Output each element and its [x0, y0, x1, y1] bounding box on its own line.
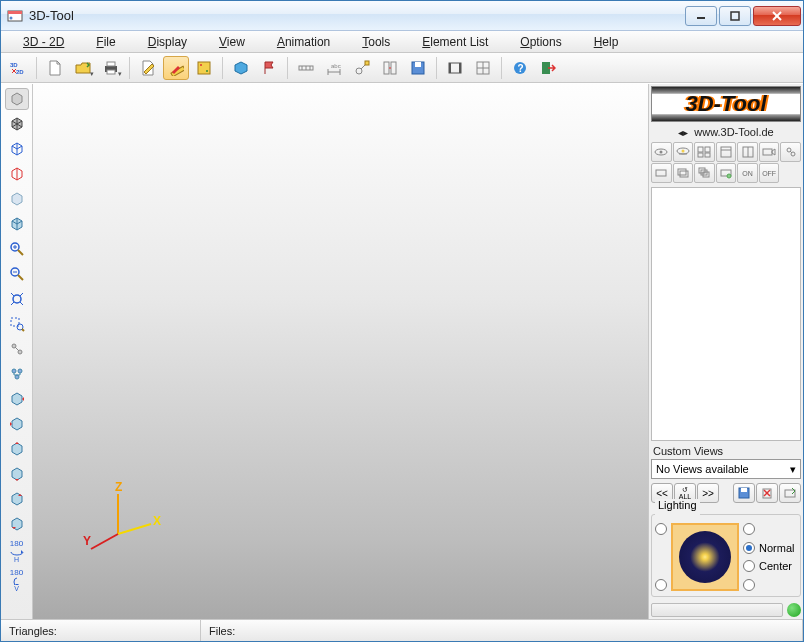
window-controls	[683, 6, 801, 26]
menu-options[interactable]: Options	[506, 33, 575, 51]
view-iso-button[interactable]	[5, 213, 29, 235]
view-front-button[interactable]	[5, 388, 29, 410]
cv-next-button[interactable]: >>	[697, 483, 719, 503]
toolbar-open-file[interactable]	[70, 56, 96, 80]
svg-point-56	[15, 375, 19, 379]
toolbar-split[interactable]	[377, 56, 403, 80]
rp-box2-button[interactable]	[737, 142, 758, 162]
progress-bar	[651, 603, 783, 617]
toolbar-film[interactable]	[442, 56, 468, 80]
rp-layers3-button[interactable]	[694, 163, 715, 183]
viewport-3d[interactable]: Z X Y	[33, 84, 649, 619]
svg-rect-71	[721, 147, 731, 157]
rp-layers1-button[interactable]	[651, 163, 672, 183]
menu-3d2d[interactable]: 3D - 2D	[9, 33, 78, 51]
rotate-180h-button[interactable]: 180H	[5, 538, 29, 564]
menu-element-list[interactable]: Element List	[408, 33, 502, 51]
menubar: 3D - 2D File Display View Animation Tool…	[1, 31, 803, 53]
shade-edges-button[interactable]	[5, 113, 29, 135]
toolbar-print[interactable]	[98, 56, 124, 80]
light-normal-radio[interactable]: Normal	[743, 542, 797, 554]
maximize-button[interactable]	[719, 6, 751, 26]
zoom-selection-button[interactable]	[5, 313, 29, 335]
lighting-box: Lighting Normal Center	[651, 508, 801, 597]
brand-url[interactable]: www.3D-Tool.de	[694, 126, 773, 138]
menu-tools[interactable]: Tools	[348, 33, 404, 51]
toolbar-exit[interactable]	[535, 56, 561, 80]
statusbar: Triangles: Files:	[1, 619, 803, 641]
toolbar-tag[interactable]	[349, 56, 375, 80]
svg-rect-68	[705, 147, 710, 152]
view-top-rev-button[interactable]	[5, 463, 29, 485]
status-files: Files:	[201, 620, 803, 641]
rp-on-button[interactable]: ON	[737, 163, 758, 183]
toolbar-dimension[interactable]: abc	[321, 56, 347, 80]
menu-animation[interactable]: Animation	[263, 33, 344, 51]
toolbar-measure[interactable]	[163, 56, 189, 80]
rp-camera-button[interactable]	[759, 142, 780, 162]
zoom-out-button[interactable]	[5, 263, 29, 285]
collapse-panel-icon[interactable]: ◂▸	[678, 127, 688, 138]
dropdown-icon: ▾	[790, 463, 796, 476]
rp-off-button[interactable]: OFF	[759, 163, 780, 183]
light-pos-br[interactable]	[743, 579, 755, 591]
menu-display[interactable]: Display	[134, 33, 201, 51]
rp-box1-button[interactable]	[716, 142, 737, 162]
close-button[interactable]	[753, 6, 801, 26]
view-right-button[interactable]	[5, 488, 29, 510]
svg-point-54	[12, 369, 16, 373]
rp-link-button[interactable]	[780, 142, 801, 162]
progress-row	[651, 603, 801, 617]
shade-flat-button[interactable]	[5, 88, 29, 110]
cv-export-button[interactable]	[779, 483, 801, 503]
light-preview[interactable]	[671, 523, 739, 591]
shade-hidden-button[interactable]	[5, 163, 29, 185]
toolbar-new-file[interactable]	[42, 56, 68, 80]
rp-spotlight-button[interactable]	[673, 142, 694, 162]
toolbar-shade-mode[interactable]	[228, 56, 254, 80]
element-list-area[interactable]	[651, 187, 801, 441]
menu-file[interactable]: File	[82, 33, 129, 51]
menu-view[interactable]: View	[205, 33, 259, 51]
light-pos-tl[interactable]	[655, 523, 667, 535]
left-toolbar: 180H 180V	[1, 84, 33, 619]
svg-rect-10	[107, 62, 115, 66]
view-top-button[interactable]	[5, 438, 29, 460]
rp-layers2-button[interactable]	[673, 163, 694, 183]
view-front-rev-button[interactable]	[5, 413, 29, 435]
rotate-180v-button[interactable]: 180V	[5, 567, 29, 593]
right-panel: 3D-Tool ◂▸ www.3D-Tool.de ON OFF	[649, 84, 803, 619]
fit-view-button[interactable]	[5, 288, 29, 310]
svg-rect-28	[391, 62, 396, 74]
custom-views-select[interactable]: No Views available ▾	[651, 459, 801, 479]
toolbar-3d2d-toggle[interactable]: 3D2D	[5, 56, 31, 80]
toolbar-help[interactable]: ?	[507, 56, 533, 80]
svg-point-66	[681, 150, 684, 153]
sync-tool-button[interactable]	[5, 363, 29, 385]
toolbar-flag[interactable]	[256, 56, 282, 80]
light-center-radio[interactable]: Center	[743, 560, 797, 572]
shade-wire-button[interactable]	[5, 138, 29, 160]
axis-gizmo: Z X Y	[83, 479, 163, 559]
svg-rect-26	[365, 61, 369, 65]
cv-delete-button[interactable]	[756, 483, 778, 503]
zoom-in-button[interactable]	[5, 238, 29, 260]
shade-transparent-button[interactable]	[5, 188, 29, 210]
toolbar-save-view[interactable]	[405, 56, 431, 80]
view-right-rev-button[interactable]	[5, 513, 29, 535]
rp-layersl-button[interactable]	[716, 163, 737, 183]
light-sphere-icon	[679, 531, 731, 583]
link-views-button[interactable]	[5, 338, 29, 360]
toolbar-section[interactable]	[191, 56, 217, 80]
svg-rect-92	[785, 490, 795, 497]
cv-save-button[interactable]	[733, 483, 755, 503]
toolbar-edit-file[interactable]	[135, 56, 161, 80]
rp-eye-button[interactable]	[651, 142, 672, 162]
toolbar-grid[interactable]	[470, 56, 496, 80]
light-pos-bl[interactable]	[655, 579, 667, 591]
light-pos-tr[interactable]	[743, 523, 755, 535]
toolbar-ruler[interactable]	[293, 56, 319, 80]
menu-help[interactable]: Help	[580, 33, 633, 51]
minimize-button[interactable]	[685, 6, 717, 26]
rp-grid-eye-button[interactable]	[694, 142, 715, 162]
